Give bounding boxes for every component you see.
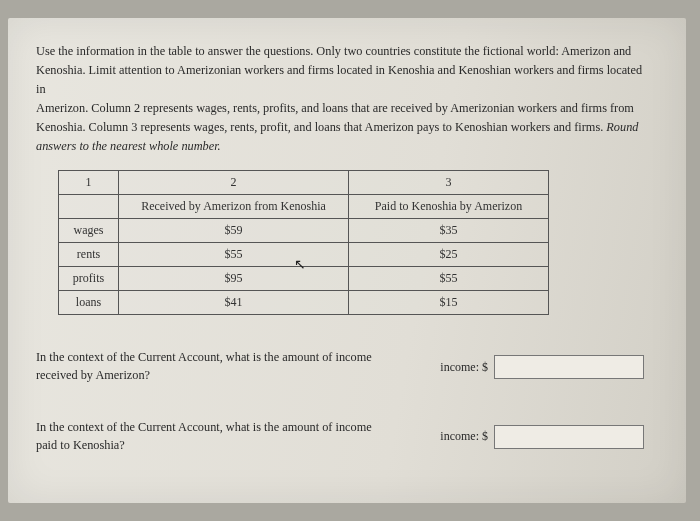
col1-subheader <box>59 195 119 219</box>
row-c2: $41 <box>119 291 349 315</box>
question-1-text: In the context of the Current Account, w… <box>36 349 376 385</box>
intro-text: Use the information in the table to answ… <box>36 42 654 156</box>
worksheet-page: Use the information in the table to answ… <box>8 18 686 503</box>
question-2-row: In the context of the Current Account, w… <box>36 419 654 455</box>
answer-2-input[interactable] <box>494 425 644 449</box>
row-label: wages <box>59 219 119 243</box>
table-row: wages $59 $35 <box>59 219 549 243</box>
col2-subheader: Received by Amerizon from Kenoshia <box>119 195 349 219</box>
row-c3: $55 <box>349 267 549 291</box>
table-row: profits $95 $55 <box>59 267 549 291</box>
col1-header: 1 <box>59 171 119 195</box>
table-header-row: 1 2 3 <box>59 171 549 195</box>
intro-line2: Kenoshia. Limit attention to Amerizonian… <box>36 63 642 96</box>
row-label: profits <box>59 267 119 291</box>
row-c2: $55 <box>119 243 349 267</box>
table-row: rents $55 $25 <box>59 243 549 267</box>
row-c3: $25 <box>349 243 549 267</box>
intro-line4: Kenoshia. Column 3 represents wages, ren… <box>36 120 606 134</box>
question-1-answer: income: $ <box>440 355 644 379</box>
row-c2: $59 <box>119 219 349 243</box>
answer-1-label: income: $ <box>440 360 488 375</box>
col3-header: 3 <box>349 171 549 195</box>
question-2-answer: income: $ <box>440 425 644 449</box>
col3-subheader: Paid to Kenoshia by Amerizon <box>349 195 549 219</box>
row-c3: $15 <box>349 291 549 315</box>
answer-2-label: income: $ <box>440 429 488 444</box>
row-label: rents <box>59 243 119 267</box>
col2-header: 2 <box>119 171 349 195</box>
table-row: loans $41 $15 <box>59 291 549 315</box>
row-c2: $95 <box>119 267 349 291</box>
question-2-text: In the context of the Current Account, w… <box>36 419 376 455</box>
intro-line3: Amerizon. Column 2 represents wages, ren… <box>36 101 634 115</box>
intro-line1: Use the information in the table to answ… <box>36 44 631 58</box>
row-label: loans <box>59 291 119 315</box>
row-c3: $35 <box>349 219 549 243</box>
data-table: 1 2 3 Received by Amerizon from Kenoshia… <box>58 170 549 315</box>
table-subheader-row: Received by Amerizon from Kenoshia Paid … <box>59 195 549 219</box>
answer-1-input[interactable] <box>494 355 644 379</box>
question-1-row: In the context of the Current Account, w… <box>36 349 654 385</box>
